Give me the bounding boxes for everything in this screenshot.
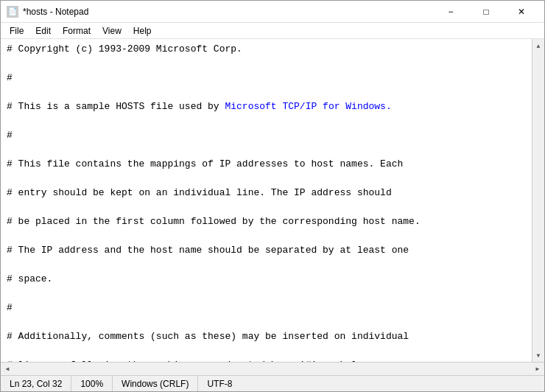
- status-position: Ln 23, Col 32: [1, 376, 71, 391]
- horizontal-scrollbar[interactable]: ◀ ▶: [1, 362, 544, 375]
- line-8: # The IP address and the host name shoul…: [7, 243, 526, 258]
- notepad-window: 📄 *hosts - Notepad − □ ✕ File Edit Forma…: [0, 0, 545, 392]
- menu-format[interactable]: Format: [57, 24, 96, 38]
- title-bar: 📄 *hosts - Notepad − □ ✕: [1, 1, 544, 23]
- scroll-left-arrow[interactable]: ◀: [1, 363, 14, 375]
- line-4: #: [7, 128, 526, 143]
- close-button[interactable]: ✕: [504, 1, 538, 22]
- line-3: # This is a sample HOSTS file used by Mi…: [7, 99, 526, 114]
- editor-area: # Copyright (c) 1993-2009 Microsoft Corp…: [1, 39, 544, 375]
- scroll-track-vertical[interactable]: [532, 52, 544, 349]
- scroll-right-arrow[interactable]: ▶: [531, 363, 544, 375]
- line-9: # space.: [7, 272, 526, 287]
- status-bar: Ln 23, Col 32 100% Windows (CRLF) UTF-8: [1, 375, 544, 391]
- scroll-track-horizontal[interactable]: [14, 363, 531, 375]
- status-encoding: UTF-8: [198, 376, 241, 391]
- status-line-ending: Windows (CRLF): [113, 376, 198, 391]
- blue-link-text: Microsoft TCP/IP for Windows.: [225, 101, 391, 112]
- vertical-scrollbar[interactable]: ▲ ▼: [532, 39, 544, 362]
- line-5: # This file contains the mappings of IP …: [7, 157, 526, 172]
- line-2: #: [7, 71, 526, 85]
- content-with-scrollbar: # Copyright (c) 1993-2009 Microsoft Corp…: [1, 39, 544, 362]
- line-6: # entry should be kept on an individual …: [7, 186, 526, 200]
- menu-bar: File Edit Format View Help: [1, 23, 544, 39]
- scroll-up-arrow[interactable]: ▲: [532, 39, 545, 52]
- text-editor[interactable]: # Copyright (c) 1993-2009 Microsoft Corp…: [1, 39, 532, 362]
- maximize-button[interactable]: □: [469, 1, 503, 22]
- title-bar-left: 📄 *hosts - Notepad: [7, 6, 88, 18]
- menu-file[interactable]: File: [4, 24, 29, 38]
- menu-view[interactable]: View: [96, 24, 127, 38]
- line-11: # Additionally, comments (such as these)…: [7, 329, 526, 344]
- status-zoom: 100%: [71, 376, 113, 391]
- minimize-button[interactable]: −: [434, 1, 468, 22]
- menu-edit[interactable]: Edit: [29, 24, 57, 38]
- menu-help[interactable]: Help: [127, 24, 158, 38]
- scroll-down-arrow[interactable]: ▼: [532, 349, 545, 362]
- app-icon: 📄: [7, 6, 18, 18]
- line-10: #: [7, 301, 526, 315]
- line-1: # Copyright (c) 1993-2009 Microsoft Corp…: [7, 42, 526, 57]
- line-7: # be placed in the first column followed…: [7, 214, 526, 229]
- window-title: *hosts - Notepad: [23, 7, 88, 17]
- window-controls: − □ ✕: [434, 1, 538, 22]
